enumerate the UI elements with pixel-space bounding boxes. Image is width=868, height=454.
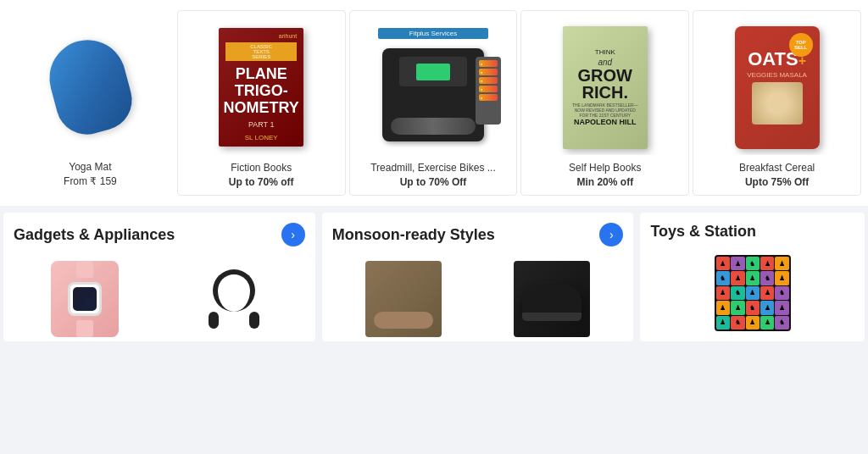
- treadmill-belt: [391, 118, 476, 135]
- main-container: Yoga Mat From ₹ 159 arihunt CLASSICTEXTS…: [0, 0, 868, 454]
- sticker-18: ♞: [746, 301, 760, 314]
- oats-badge: TOPSELL: [789, 33, 813, 57]
- product-row: Yoga Mat From ₹ 159 arihunt CLASSICTEXTS…: [0, 0, 868, 206]
- fiction-book-name: Fiction Books: [185, 162, 338, 174]
- book-subtitle: PART 1: [248, 120, 275, 129]
- toys-header: Toys & Station: [650, 223, 854, 241]
- sticker-6: ♞: [716, 271, 730, 285]
- think-top: THINK: [595, 48, 615, 56]
- fiction-book-image: arihunt CLASSICTEXTSSERIES PLANETRIGO-NO…: [185, 19, 338, 155]
- sticker-23: ♟: [746, 316, 760, 329]
- treadmill-right-panel: ● ● ● ● ●: [476, 57, 501, 125]
- treadmill-screen: [416, 64, 450, 80]
- shoe-body: [522, 285, 581, 314]
- yoga-mat-price: From ₹ 159: [64, 175, 117, 187]
- sticker-9: ♞: [760, 271, 774, 285]
- book-author: SL LONEY: [245, 134, 278, 141]
- sticker-12: ♞: [731, 286, 744, 300]
- treadmill-banner: Fitplus Services: [378, 28, 488, 39]
- sticker-5: ♟: [775, 257, 788, 270]
- sticker-19: ♟: [760, 301, 774, 314]
- monsoon-title: Monsoon-ready Styles: [332, 226, 495, 244]
- monsoon-arrow[interactable]: ›: [599, 223, 623, 246]
- yoga-mat-image: [14, 19, 167, 154]
- sticker-24: ♟: [760, 316, 774, 329]
- monsoon-arrow-icon: ›: [609, 228, 614, 241]
- monsoon-products: [332, 257, 624, 341]
- book-brand: arihunt: [225, 33, 297, 39]
- panel-item-1: ●: [479, 60, 498, 67]
- gadgets-arrow-icon: ›: [291, 228, 295, 241]
- panel-item-3: ●: [479, 77, 498, 84]
- watch-band-top: [76, 261, 93, 278]
- fiction-book-visual: arihunt CLASSICTEXTSSERIES PLANETRIGO-NO…: [219, 28, 303, 147]
- self-help-image: THINK and GROWRICH. THE LANDMARK BESTSEL…: [528, 19, 682, 155]
- fiction-book-price: Up to 70% off: [229, 176, 294, 188]
- monsoon-product-sandals[interactable]: [332, 257, 475, 341]
- sticker-11: ♟: [716, 286, 730, 300]
- cereal-price: Upto 75% Off: [745, 176, 809, 188]
- product-card-self-help[interactable]: THINK and GROWRICH. THE LANDMARK BESTSEL…: [520, 10, 689, 196]
- yoga-mat-name: Yoga Mat: [14, 161, 167, 173]
- panel-item-5: ●: [479, 94, 498, 101]
- gadgets-products: [14, 257, 305, 341]
- sticker-21: ♟: [716, 316, 730, 329]
- oats-food-image: [752, 82, 803, 125]
- watch-screen: [73, 287, 97, 311]
- self-help-price: Min 20% off: [576, 176, 633, 188]
- watch-visual: [51, 261, 119, 337]
- sticker-7: ♟: [731, 271, 744, 285]
- sticker-22: ♞: [731, 316, 744, 329]
- think-book-visual: THINK and GROWRICH. THE LANDMARK BESTSEL…: [563, 26, 648, 149]
- sticker-17: ♟: [731, 301, 744, 314]
- treadmill-price: Up to 70% Off: [400, 176, 467, 188]
- panel-item-2: ●: [479, 69, 498, 75]
- gadgets-arrow[interactable]: ›: [281, 223, 305, 246]
- oats-sub: VEGGIES MASALA: [747, 71, 807, 79]
- category-gadgets: Gadgets & Appliances ›: [3, 213, 315, 341]
- treadmill-image: Fitplus Services ● ● ● ● ●: [357, 19, 510, 155]
- think-desc: THE LANDMARK BESTSELLER—NOW REVISED AND …: [570, 102, 641, 118]
- toys-products: ♟ ♟ ♞ ♟ ♟ ♞ ♟ ♟ ♞ ♟ ♟ ♞ ♟ ♟ ♞: [650, 251, 854, 335]
- gadgets-product-watch[interactable]: [14, 257, 156, 341]
- category-monsoon: Monsoon-ready Styles ›: [322, 213, 634, 341]
- gadgets-title: Gadgets & Appliances: [14, 226, 175, 244]
- sticker-1: ♟: [716, 257, 730, 270]
- sticker-8: ♟: [746, 271, 760, 285]
- watch-band-bottom: [76, 320, 93, 337]
- sticker-25: ♞: [775, 316, 788, 329]
- sticker-4: ♟: [760, 257, 774, 270]
- panel-item-4: ●: [479, 86, 498, 92]
- sandal-visual: [365, 261, 442, 337]
- sticker-15: ♞: [775, 286, 788, 300]
- toys-title: Toys & Station: [650, 223, 756, 241]
- sticker-2: ♟: [731, 257, 744, 270]
- treadmill-panel: [399, 57, 467, 86]
- gadgets-product-headphones[interactable]: [163, 257, 305, 341]
- self-help-name: Self Help Books: [528, 162, 682, 174]
- gadgets-header: Gadgets & Appliances ›: [14, 223, 305, 246]
- book-series: CLASSICTEXTSSERIES: [225, 42, 297, 61]
- yoga-mat-visual: [42, 31, 139, 141]
- sandal-body: [374, 312, 433, 329]
- headphone-right-cup: [249, 312, 259, 329]
- categories-row: Gadgets & Appliances ›: [0, 213, 868, 341]
- headphone-left-cup: [209, 312, 219, 329]
- sticker-20: ♟: [775, 301, 788, 314]
- think-author: NAPOLEON HILL: [574, 118, 637, 126]
- watch-face: [68, 282, 102, 316]
- think-main: GROWRICH.: [578, 67, 632, 101]
- product-card-fiction-books[interactable]: arihunt CLASSICTEXTSSERIES PLANETRIGO-NO…: [177, 10, 346, 196]
- treadmill-visual: Fitplus Services ● ● ● ● ●: [378, 28, 488, 147]
- product-card-yoga-mat[interactable]: Yoga Mat From ₹ 159: [7, 10, 174, 196]
- monsoon-header: Monsoon-ready Styles ›: [332, 223, 624, 246]
- product-card-cereal[interactable]: TOPSELL OATS+ VEGGIES MASALA Breakfast C…: [693, 10, 861, 196]
- sticker-10: ♟: [775, 271, 788, 285]
- shoe-sole: [522, 313, 581, 321]
- toys-product-stickers[interactable]: ♟ ♟ ♞ ♟ ♟ ♞ ♟ ♟ ♞ ♟ ♟ ♞ ♟ ♟ ♞: [650, 251, 854, 335]
- monsoon-product-shoes[interactable]: [481, 257, 624, 341]
- sticker-14: ♟: [760, 286, 774, 300]
- headphone-arc: [213, 269, 255, 312]
- treadmill-body: ● ● ● ● ●: [382, 48, 484, 141]
- product-card-treadmill[interactable]: Fitplus Services ● ● ● ● ●: [349, 10, 518, 196]
